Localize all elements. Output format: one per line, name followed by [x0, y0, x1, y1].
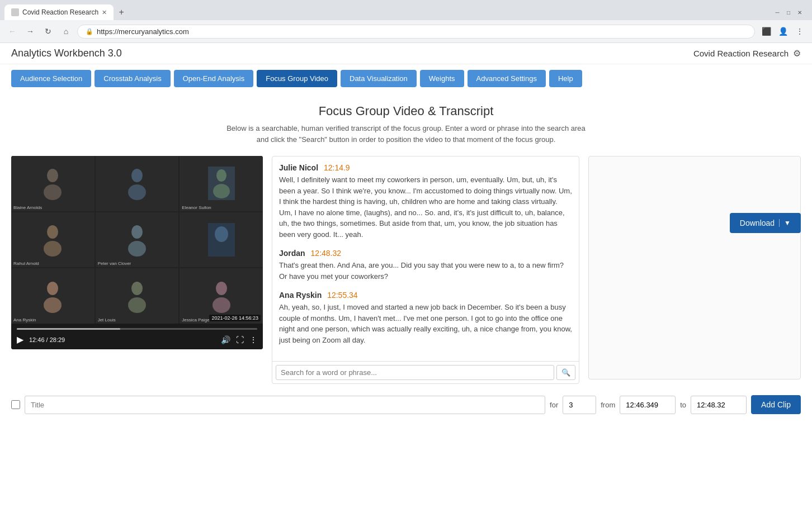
video-cell-1: [96, 156, 179, 211]
person-0: [11, 156, 95, 211]
extensions-icon[interactable]: ⬛: [759, 25, 773, 38]
settings-icon[interactable]: ⚙: [793, 48, 801, 59]
speaker-2: Ana Ryskin 12:55.34: [279, 291, 572, 300]
transcript-entry-2: Ana Ryskin 12:55.34 Ah, yeah, so, I just…: [279, 291, 572, 345]
tab-crosstab-analysis[interactable]: Crosstab Analysis: [95, 70, 170, 87]
fullscreen-btn[interactable]: ⛶: [236, 335, 244, 344]
window-controls: ─ □ ✕: [774, 9, 808, 16]
tab-focus-group-video[interactable]: Focus Group Video: [257, 70, 337, 87]
download-chevron-icon: ▼: [779, 219, 791, 227]
tab-favicon: [11, 8, 19, 16]
video-timestamp: 2021-02-26 14:56:23: [209, 315, 261, 321]
tab-close-btn[interactable]: ✕: [102, 9, 107, 16]
forward-btn[interactable]: →: [23, 25, 37, 38]
video-cell-5: [180, 212, 263, 268]
from-label: from: [601, 401, 615, 409]
video-cell-0: Blaine Arnolds: [11, 156, 95, 211]
nav-actions: ⬛ 👤 ⋮: [759, 25, 806, 38]
transcript-entry-0: Julie Nicol 12:14.9 Well, I definitely w…: [279, 163, 572, 240]
clip-for-input[interactable]: [563, 396, 596, 414]
tab-data-visualization[interactable]: Data Visualization: [341, 70, 417, 87]
reload-btn[interactable]: ↻: [41, 25, 55, 38]
maximize-btn[interactable]: □: [785, 9, 792, 16]
video-cell-3: Rahul Arnold: [11, 212, 95, 268]
download-button[interactable]: Download ▼: [730, 213, 801, 233]
subtitle-line1: Below is a searchable, human verified tr…: [226, 124, 586, 132]
clip-checkbox[interactable]: [11, 400, 20, 409]
progress-fill: [17, 328, 120, 330]
right-panel: [588, 156, 801, 379]
tab-open-end-analysis[interactable]: Open-End Analysis: [174, 70, 254, 87]
transcript-search-input[interactable]: [276, 365, 554, 380]
subtitle-line2: and click the "Search" button in order t…: [257, 135, 556, 144]
svg-point-12: [215, 226, 228, 242]
svg-point-5: [216, 169, 226, 182]
nav-tabs: Audience Selection Crosstab Analysis Ope…: [0, 64, 812, 93]
url-bar[interactable]: 🔒 https://mercuryanalytics.com: [77, 25, 755, 39]
tab-help[interactable]: Help: [549, 70, 582, 87]
menu-icon[interactable]: ⋮: [793, 25, 806, 38]
time-display: 12:46 / 28:29: [29, 336, 215, 343]
add-clip-btn[interactable]: Add Clip: [751, 395, 801, 414]
cell-label-0: Blaine Arnolds: [13, 205, 42, 210]
progress-bar[interactable]: [17, 328, 257, 330]
address-bar: ← → ↻ ⌂ 🔒 https://mercuryanalytics.com ⬛…: [0, 20, 812, 42]
speaker-0: Julie Nicol 12:14.9: [279, 163, 572, 172]
minimize-btn[interactable]: ─: [774, 9, 781, 16]
svg-point-1: [44, 184, 62, 200]
speaker-name-2: Ana Ryskin: [279, 291, 322, 300]
speaker-time-1: 12:48.32: [311, 249, 342, 258]
app-title: Analytics Workbench 3.0: [11, 48, 122, 59]
tab-audience-selection[interactable]: Audience Selection: [11, 70, 91, 87]
cell-label-2: Eleanor Sulton: [182, 205, 211, 210]
video-cell-7: Jet Louis: [96, 268, 179, 324]
speaker-name-1: Jordan: [279, 249, 305, 258]
person-3: [11, 212, 95, 268]
svg-point-15: [131, 282, 143, 295]
project-info: Covid Reaction Research ⚙: [693, 48, 801, 59]
transcript-scroll[interactable]: Julie Nicol 12:14.9 Well, I definitely w…: [272, 156, 579, 361]
play-pause-btn[interactable]: ▶: [17, 334, 23, 345]
clip-title-input[interactable]: [25, 396, 545, 414]
tab-advanced-settings[interactable]: Advanced Settings: [468, 70, 546, 87]
speaker-time-0: 12:14.9: [324, 163, 350, 172]
transcript-text-1: That's great then. And Ana, are you... D…: [279, 260, 572, 282]
svg-point-9: [131, 225, 143, 239]
person-6: [11, 268, 95, 324]
video-player: ● 1x Blaine Arnolds: [11, 156, 263, 349]
transcript-search-btn[interactable]: 🔍: [556, 365, 575, 380]
video-cell-4: Peter van Clover: [96, 212, 179, 268]
svg-point-8: [44, 241, 62, 257]
browser-tab[interactable]: Covid Reaction Research ✕: [4, 4, 114, 20]
content-row: ● 1x Blaine Arnolds: [11, 156, 801, 384]
tab-title: Covid Reaction Research: [22, 8, 98, 16]
close-btn[interactable]: ✕: [796, 9, 803, 16]
to-label: to: [680, 401, 686, 409]
main-content: Download ▼ Focus Group Video & Transcrip…: [0, 93, 812, 425]
total-time: 28:29: [50, 336, 65, 343]
more-options-btn[interactable]: ⋮: [249, 335, 257, 344]
svg-point-16: [128, 297, 146, 313]
transcript-container: Julie Nicol 12:14.9 Well, I definitely w…: [272, 156, 579, 384]
svg-point-7: [47, 225, 58, 239]
clip-from-input[interactable]: [620, 396, 676, 414]
page-subtitle: Below is a searchable, human verified tr…: [11, 123, 801, 145]
cell-label-7: Jet Louis: [98, 317, 116, 322]
url-text: https://mercuryanalytics.com: [97, 27, 189, 36]
for-label: for: [550, 401, 558, 409]
clip-to-input[interactable]: [691, 396, 747, 414]
cell-label-6: Ana Ryskin: [13, 317, 36, 322]
project-name: Covid Reaction Research: [693, 49, 789, 58]
search-bar-container: 🔍: [272, 361, 579, 383]
profile-icon[interactable]: 👤: [776, 25, 790, 38]
transcript-text-2: Ah, yeah, so, I just, I moved and starte…: [279, 302, 572, 345]
person-2: [180, 156, 263, 211]
cell-label-8: Jessica Paige: [182, 317, 209, 322]
new-tab-btn[interactable]: +: [114, 4, 129, 20]
tab-weights[interactable]: Weights: [420, 70, 464, 87]
speaker-name-0: Julie Nicol: [279, 163, 318, 172]
back-btn[interactable]: ←: [6, 25, 19, 38]
home-btn[interactable]: ⌂: [59, 25, 73, 38]
volume-btn[interactable]: 🔊: [221, 335, 230, 344]
transcript-text-0: Well, I definitely want to meet my cowor…: [279, 174, 572, 240]
